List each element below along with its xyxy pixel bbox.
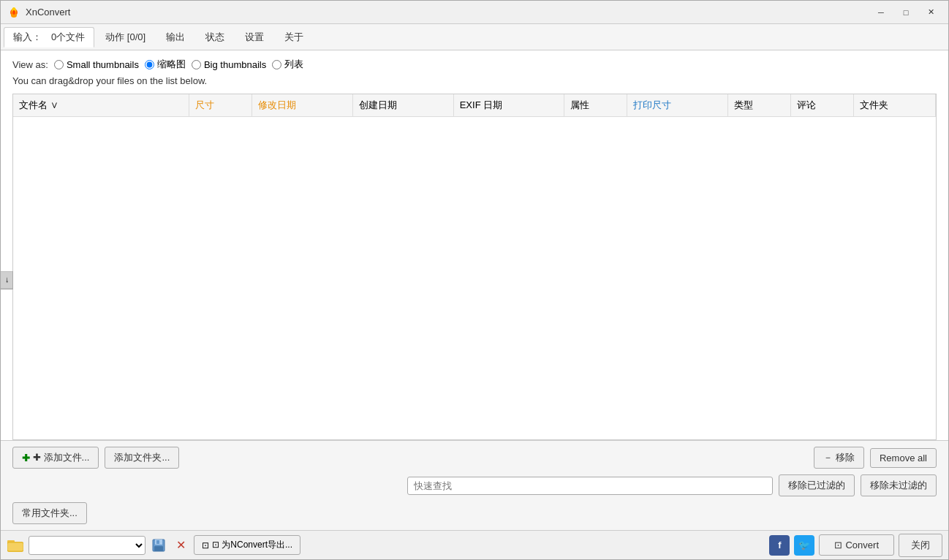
search-input[interactable] — [407, 477, 773, 495]
close-window-button[interactable]: ✕ — [919, 5, 942, 20]
facebook-button[interactable]: f — [769, 535, 790, 556]
view-small-radio[interactable] — [54, 60, 64, 69]
twitter-icon: 🐦 — [798, 540, 810, 550]
save-icon[interactable] — [150, 537, 167, 554]
drag-drop-hint: You can drag&drop your files on the list… — [1, 74, 948, 94]
delete-icon[interactable]: ✕ — [172, 537, 189, 554]
view-big-label: Big thumbnails — [204, 59, 266, 70]
col-size[interactable]: 尺寸 — [189, 94, 252, 117]
close-label: 关闭 — [911, 540, 930, 550]
folder-open-icon[interactable] — [7, 537, 24, 554]
add-file-button[interactable]: ✚ ✚ 添加文件... — [12, 447, 99, 469]
minimize-button[interactable]: ─ — [869, 5, 893, 20]
file-table: 文件名 ∨ 尺寸 修改日期 创建日期 EXIF 日期 属性 打印尺寸 类型 评论… — [13, 94, 936, 117]
path-dropdown[interactable] — [29, 536, 145, 555]
view-medium-option[interactable]: 缩略图 — [145, 58, 186, 71]
maximize-button[interactable]: □ — [894, 5, 918, 20]
tab-actions[interactable]: 动作 [0/0] — [96, 27, 155, 48]
export-button[interactable]: ⊡ ⊡ 为NConvert导出... — [194, 535, 300, 555]
common-folders-label: 常用文件夹... — [22, 507, 77, 520]
col-folder[interactable]: 文件夹 — [853, 94, 935, 117]
titlebar: XnConvert ─ □ ✕ — [1, 1, 948, 24]
bottom-row3: 常用文件夹... — [12, 502, 937, 524]
convert-icon: ⊡ — [834, 540, 842, 550]
tab-settings[interactable]: 设置 — [235, 27, 273, 48]
add-icon: ✚ — [22, 453, 30, 463]
window-title: XnConvert — [26, 7, 869, 18]
view-as-row: View as: Small thumbnails 缩略图 Big thumbn… — [1, 50, 948, 74]
svg-rect-10 — [156, 540, 159, 544]
view-small-option[interactable]: Small thumbnails — [54, 59, 139, 70]
col-print-size[interactable]: 打印尺寸 — [627, 94, 727, 117]
window-controls: ─ □ ✕ — [869, 5, 942, 20]
tab-about[interactable]: 关于 — [275, 27, 313, 48]
bottom-section: ✚ ✚ 添加文件... 添加文件夹... － 移除 Remove all 移除已… — [1, 440, 948, 530]
remove-unfiltered-button[interactable]: 移除未过滤的 — [861, 474, 937, 496]
remove-button[interactable]: － 移除 — [814, 447, 864, 469]
col-exif[interactable]: EXIF 日期 — [453, 94, 564, 117]
view-list-option[interactable]: 列表 — [272, 58, 303, 71]
col-filename[interactable]: 文件名 ∨ — [13, 94, 189, 117]
bottom-row2: 移除已过滤的 移除未过滤的 — [12, 474, 937, 496]
col-comment[interactable]: 评论 — [790, 94, 853, 117]
view-big-option[interactable]: Big thumbnails — [192, 59, 266, 70]
view-medium-label: 缩略图 — [157, 58, 186, 71]
view-list-label: 列表 — [284, 58, 303, 71]
tab-output[interactable]: 输出 — [156, 27, 194, 48]
menubar: 输入： 0个文件 动作 [0/0] 输出 状态 设置 关于 — [1, 24, 948, 50]
facebook-icon: f — [778, 540, 781, 550]
col-attr[interactable]: 属性 — [564, 94, 627, 117]
view-medium-radio[interactable] — [145, 60, 154, 69]
add-folder-label: 添加文件夹... — [114, 451, 170, 464]
remove-all-button[interactable]: Remove all — [870, 448, 937, 468]
left-tab-label: ← — [2, 276, 11, 284]
tab-status[interactable]: 状态 — [196, 27, 234, 48]
col-created[interactable]: 创建日期 — [352, 94, 453, 117]
bottom-row1: ✚ ✚ 添加文件... 添加文件夹... － 移除 Remove all — [12, 447, 937, 469]
statusbar: ✕ ⊡ ⊡ 为NConvert导出... f 🐦 ⊡ Convert 关闭 — [1, 530, 948, 559]
add-folder-button[interactable]: 添加文件夹... — [105, 447, 179, 469]
left-scroll-tab[interactable]: ← — [0, 271, 13, 290]
convert-label: Convert — [845, 540, 879, 550]
remove-filtered-button[interactable]: 移除已过滤的 — [779, 474, 855, 496]
svg-point-3 — [12, 10, 15, 15]
app-icon — [7, 5, 21, 20]
main-content: View as: Small thumbnails 缩略图 Big thumbn… — [1, 50, 948, 530]
export-label: ⊡ 为NConvert导出... — [212, 539, 292, 551]
view-as-label: View as: — [12, 59, 48, 70]
col-modified[interactable]: 修改日期 — [252, 94, 352, 117]
twitter-button[interactable]: 🐦 — [794, 535, 814, 556]
common-folders-button[interactable]: 常用文件夹... — [12, 502, 87, 524]
view-list-radio[interactable] — [272, 60, 281, 69]
close-main-button[interactable]: 关闭 — [899, 534, 942, 557]
col-type[interactable]: 类型 — [727, 94, 790, 117]
add-file-label: ✚ 添加文件... — [33, 451, 89, 464]
view-big-radio[interactable] — [192, 60, 201, 69]
view-small-label: Small thumbnails — [67, 59, 139, 70]
svg-rect-6 — [7, 542, 23, 551]
convert-button[interactable]: ⊡ Convert — [819, 534, 894, 556]
export-icon: ⊡ — [202, 540, 209, 550]
tab-input[interactable]: 输入： 0个文件 — [4, 27, 94, 48]
file-list-container[interactable]: 文件名 ∨ 尺寸 修改日期 创建日期 EXIF 日期 属性 打印尺寸 类型 评论… — [12, 94, 937, 440]
svg-rect-9 — [154, 546, 163, 551]
